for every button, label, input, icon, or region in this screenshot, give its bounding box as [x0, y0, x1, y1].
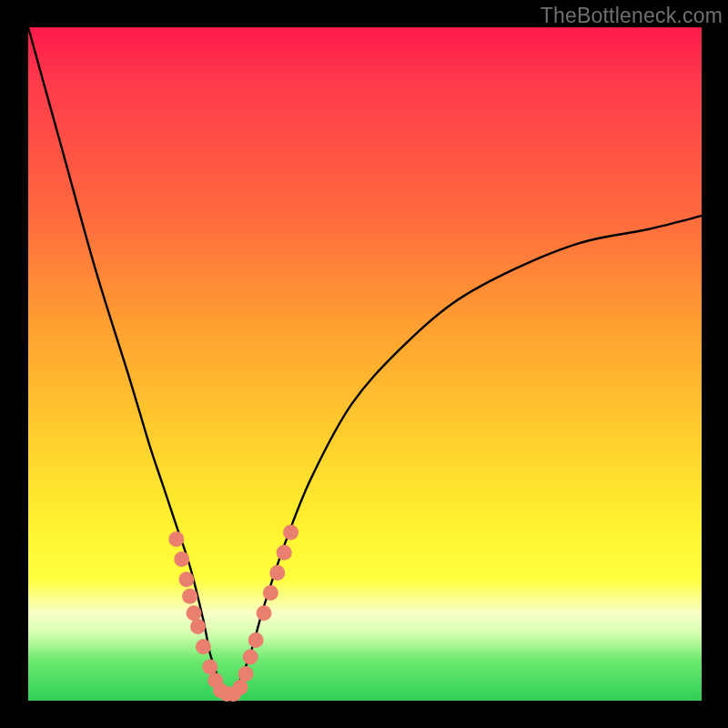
curve-layer — [28, 27, 702, 701]
plot-area — [28, 27, 702, 701]
data-mark — [257, 605, 272, 621]
data-mark — [238, 666, 254, 682]
data-mark — [178, 571, 194, 587]
data-mark — [248, 632, 264, 648]
bottleneck-curve — [28, 27, 702, 694]
data-mark — [168, 531, 184, 547]
data-mark — [202, 660, 217, 675]
data-mark — [187, 605, 202, 621]
data-mark — [263, 585, 278, 601]
data-mark — [196, 639, 211, 654]
watermark-text: TheBottleneck.com — [541, 4, 723, 28]
data-marks — [168, 525, 298, 703]
data-mark — [233, 680, 248, 695]
data-mark — [269, 565, 285, 581]
data-mark — [182, 589, 197, 604]
data-mark — [174, 551, 189, 567]
data-mark — [283, 525, 298, 541]
data-mark — [277, 545, 292, 561]
data-mark — [243, 649, 258, 664]
data-mark — [190, 619, 206, 634]
chart-frame: TheBottleneck.com — [0, 0, 728, 728]
